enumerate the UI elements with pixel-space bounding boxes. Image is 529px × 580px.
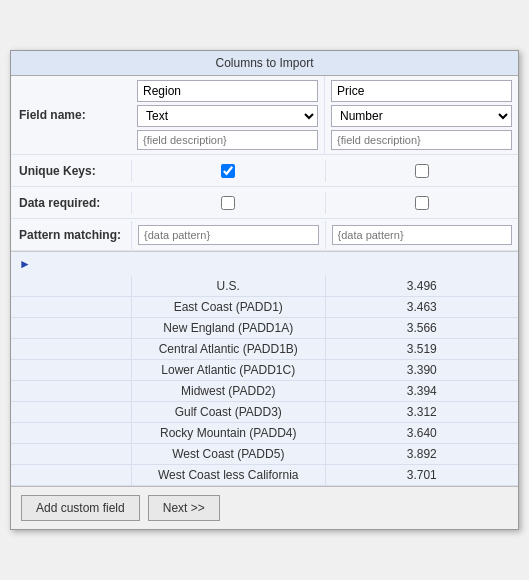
price-cell: 3.463 [325, 297, 519, 317]
import-dialog: Columns to Import Field name: Text Numbe… [10, 50, 519, 530]
unique-keys-label: Unique Keys: [11, 160, 131, 182]
expand-row: ► [11, 252, 518, 276]
region-pattern-input[interactable] [138, 225, 319, 245]
price-unique-key-cell [325, 160, 519, 182]
region-cell: Gulf Coast (PADD3) [131, 402, 325, 422]
price-pattern-cell [325, 221, 519, 249]
field-name-row: Field name: Text Number Date Boolean [11, 76, 518, 155]
region-cell: Rocky Mountain (PADD4) [131, 423, 325, 443]
region-type-select[interactable]: Text Number Date Boolean [137, 105, 318, 127]
region-cell: West Coast less California [131, 465, 325, 485]
region-cell: Lower Atlantic (PADD1C) [131, 360, 325, 380]
region-cell: New England (PADD1A) [131, 318, 325, 338]
data-required-label: Data required: [11, 192, 131, 214]
data-rows: U.S. 3.496 East Coast (PADD1) 3.463 New … [11, 276, 518, 486]
data-area: ► U.S. 3.496 East Coast (PADD1) 3.463 Ne… [11, 251, 518, 486]
table-row: Gulf Coast (PADD3) 3.312 [11, 402, 518, 423]
price-data-required-checkbox[interactable] [415, 196, 429, 210]
region-cell: West Coast (PADD5) [131, 444, 325, 464]
table-row: East Coast (PADD1) 3.463 [11, 297, 518, 318]
dialog-title: Columns to Import [11, 51, 518, 76]
data-required-row: Data required: [11, 187, 518, 219]
region-data-required-checkbox[interactable] [221, 196, 235, 210]
table-row: Central Atlantic (PADD1B) 3.519 [11, 339, 518, 360]
region-cell: Midwest (PADD2) [131, 381, 325, 401]
price-cell: 3.496 [325, 276, 519, 296]
price-cell: 3.640 [325, 423, 519, 443]
region-unique-key-cell [131, 160, 325, 182]
region-desc-input[interactable] [137, 130, 318, 150]
price-cell: 3.892 [325, 444, 519, 464]
price-cell: 3.390 [325, 360, 519, 380]
footer: Add custom field Next >> [11, 486, 518, 529]
region-cell: U.S. [131, 276, 325, 296]
price-cell: 3.519 [325, 339, 519, 359]
price-unique-key-checkbox[interactable] [415, 164, 429, 178]
form-rows: Field name: Text Number Date Boolean [11, 76, 518, 251]
table-row: Rocky Mountain (PADD4) 3.640 [11, 423, 518, 444]
price-cell: 3.566 [325, 318, 519, 338]
table-row: U.S. 3.496 [11, 276, 518, 297]
price-pattern-input[interactable] [332, 225, 513, 245]
region-unique-key-checkbox[interactable] [221, 164, 235, 178]
unique-keys-row: Unique Keys: [11, 155, 518, 187]
table-row: West Coast (PADD5) 3.892 [11, 444, 518, 465]
price-name-input[interactable] [331, 80, 512, 102]
price-type-select[interactable]: Text Number Date Boolean [331, 105, 512, 127]
region-field-name-cell: Text Number Date Boolean [131, 76, 324, 154]
price-cell: 3.701 [325, 465, 519, 485]
table-row: Lower Atlantic (PADD1C) 3.390 [11, 360, 518, 381]
price-data-required-cell [325, 192, 519, 214]
region-data-required-cell [131, 192, 325, 214]
region-name-input[interactable] [137, 80, 318, 102]
region-pattern-cell [131, 221, 325, 249]
next-button[interactable]: Next >> [148, 495, 220, 521]
region-cell: East Coast (PADD1) [131, 297, 325, 317]
region-cell: Central Atlantic (PADD1B) [131, 339, 325, 359]
add-custom-field-button[interactable]: Add custom field [21, 495, 140, 521]
table-row: West Coast less California 3.701 [11, 465, 518, 486]
price-field-name-cell: Text Number Date Boolean [324, 76, 518, 154]
price-desc-input[interactable] [331, 130, 512, 150]
table-row: New England (PADD1A) 3.566 [11, 318, 518, 339]
pattern-matching-row: Pattern matching: [11, 219, 518, 251]
expand-arrow-icon[interactable]: ► [19, 257, 31, 271]
table-row: Midwest (PADD2) 3.394 [11, 381, 518, 402]
price-cell: 3.312 [325, 402, 519, 422]
pattern-matching-label: Pattern matching: [11, 224, 131, 246]
field-name-label: Field name: [11, 104, 131, 126]
price-cell: 3.394 [325, 381, 519, 401]
